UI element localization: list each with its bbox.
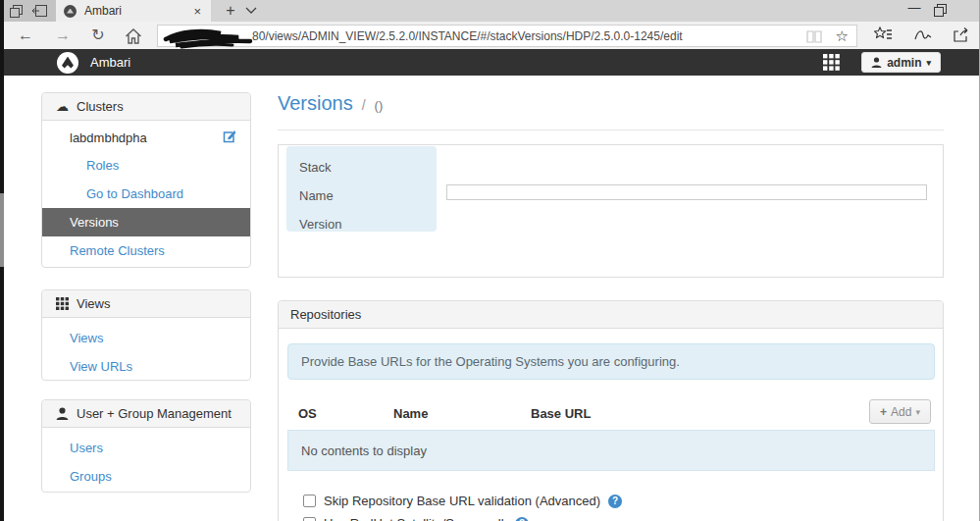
empty-table-message: No contents to display — [287, 430, 935, 471]
browser-toolbar: ← → ↻ 80/views/ADMIN_VIEW/2.5.2.0/INSTAN… — [4, 22, 980, 49]
ambari-logo — [57, 52, 78, 74]
stack-label: Stack — [299, 154, 437, 182]
name-input[interactable] — [446, 184, 927, 200]
web-note-pen-icon[interactable] — [914, 27, 932, 41]
sidebar-item-roles[interactable]: Roles — [42, 151, 250, 180]
views-panel-title: Views — [77, 296, 110, 311]
satellite-row: Use RedHat Satellite/Spacewalk ? — [303, 516, 529, 521]
add-os-button[interactable]: + Add ▾ — [869, 399, 931, 424]
skip-validation-row: Skip Repository Base URL validation (Adv… — [303, 494, 622, 508]
favorite-star-icon[interactable]: ☆ — [836, 27, 849, 45]
skip-validation-label: Skip Repository Base URL validation (Adv… — [324, 494, 600, 508]
views-grid-icon[interactable] — [823, 54, 840, 71]
ambari-header: Ambari admin ▾ — [4, 49, 980, 76]
breadcrumb: Versions / () — [278, 88, 944, 121]
person-icon — [56, 407, 69, 420]
forward-button[interactable]: → — [51, 25, 75, 46]
redaction-scribble — [162, 26, 260, 51]
sidebar-item-versions-selected[interactable]: Versions — [42, 208, 250, 236]
version-form-panel: Stack Name Version — [278, 144, 944, 278]
sidebar-item-view-urls[interactable]: View URLs — [42, 352, 250, 381]
version-label: Version — [299, 211, 437, 239]
help-icon[interactable]: ? — [515, 517, 529, 521]
cluster-name: labdmbhdpha — [70, 130, 147, 145]
add-button-label: Add — [891, 405, 911, 419]
caret-down-icon: ▾ — [915, 407, 920, 417]
views-grid-icon-small — [56, 297, 69, 310]
window-left-edge-segment — [0, 193, 4, 267]
user-group-panel-title: User + Group Management — [77, 406, 232, 421]
admin-menu-button[interactable]: admin ▾ — [861, 52, 941, 73]
ambari-brand: Ambari — [90, 55, 130, 70]
repositories-panel-header: Repositories — [279, 301, 943, 329]
column-os: OS — [298, 406, 317, 421]
column-base-url: Base URL — [531, 406, 591, 421]
main-content: Versions / () Stack Name Version Reposit… — [278, 88, 944, 521]
clusters-panel-header: ☁ Clusters — [42, 93, 250, 121]
refresh-button[interactable]: ↻ — [86, 25, 110, 46]
reading-view-icon[interactable] — [806, 30, 822, 43]
tab-list-chevron-icon[interactable] — [245, 7, 257, 14]
window-restore-button[interactable] — [934, 4, 947, 17]
set-aside-tabs-icon[interactable] — [31, 5, 47, 17]
window-minimize-button[interactable]: — — [900, 0, 929, 20]
column-name: Name — [393, 406, 428, 421]
skip-validation-checkbox[interactable] — [303, 495, 316, 507]
home-button[interactable] — [122, 28, 145, 44]
user-group-panel: User + Group Management Users Groups — [41, 399, 251, 493]
help-icon[interactable]: ? — [608, 495, 622, 508]
admin-label: admin — [887, 56, 921, 70]
hub-favorites-icon[interactable] — [874, 26, 893, 42]
browser-tab-ambari[interactable]: Ambari × — [56, 0, 211, 22]
repositories-table-header: OS Name Base URL + Add ▾ — [279, 398, 945, 430]
clusters-panel: ☁ Clusters labdmbhdpha Roles Go to Dashb… — [41, 92, 251, 268]
sidebar-item-users[interactable]: Users — [42, 434, 250, 462]
plus-icon: + — [880, 405, 887, 419]
tab-preview-icon[interactable] — [10, 5, 23, 18]
tab-title: Ambari — [84, 4, 191, 18]
views-panel: Views Views View URLs — [41, 289, 251, 381]
breadcrumb-versions-link[interactable]: Versions — [278, 92, 353, 115]
caret-down-icon: ▾ — [926, 58, 931, 68]
breadcrumb-separator: / — [362, 97, 366, 113]
new-tab-button[interactable]: + — [220, 1, 241, 21]
sidebar-item-remote-clusters[interactable]: Remote Clusters — [42, 236, 250, 265]
repositories-panel: Repositories Provide Base URLs for the O… — [278, 300, 944, 521]
base-url-info-alert: Provide Base URLs for the Operating Syst… — [287, 343, 935, 380]
url-text: 80/views/ADMIN_VIEW/2.5.2.0/INSTANCE/#/s… — [252, 29, 683, 43]
user-group-panel-header: User + Group Management — [42, 400, 250, 428]
sidebar-item-views[interactable]: Views — [42, 324, 250, 352]
browser-window: Ambari × + — ← → ↻ 80/views/ADMIN_VIEW/2… — [0, 0, 980, 521]
ambari-favicon — [64, 5, 77, 18]
satellite-checkbox[interactable] — [303, 517, 316, 521]
breadcrumb-current: () — [375, 98, 384, 113]
back-button[interactable]: ← — [14, 25, 37, 46]
cluster-name-row: labdmbhdpha — [42, 121, 250, 151]
title-divider — [278, 130, 944, 130]
tab-tools — [4, 0, 56, 22]
sidebar-item-go-to-dashboard[interactable]: Go to Dashboard — [42, 180, 250, 208]
satellite-label: Use RedHat Satellite/Spacewalk — [324, 516, 507, 521]
clusters-panel-title: Clusters — [77, 99, 124, 114]
form-label-box: Stack Name Version — [286, 146, 437, 232]
rename-cluster-icon[interactable] — [223, 130, 236, 143]
address-bar[interactable]: 80/views/ADMIN_VIEW/2.5.2.0/INSTANCE/#/s… — [157, 25, 857, 47]
tab-close-icon[interactable]: × — [191, 4, 203, 19]
cloud-icon: ☁ — [56, 99, 69, 114]
views-panel-header: Views — [42, 290, 250, 318]
name-label: Name — [299, 182, 437, 211]
share-icon[interactable] — [954, 27, 970, 42]
user-icon — [871, 57, 882, 68]
tab-bar: Ambari × + — — [0, 0, 980, 22]
sidebar-item-groups[interactable]: Groups — [42, 462, 250, 491]
